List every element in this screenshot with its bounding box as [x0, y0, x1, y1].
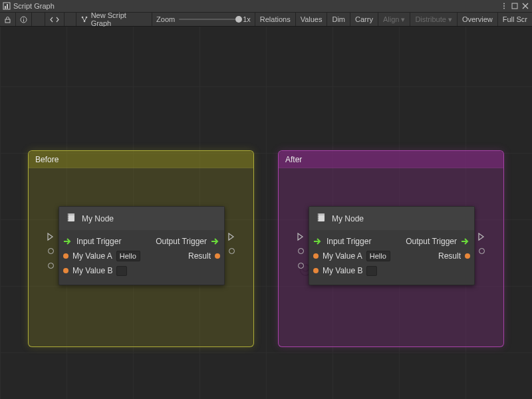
svg-rect-7 [5, 19, 10, 23]
flow-out-icon[interactable] [461, 237, 470, 245]
value-in-port[interactable] [63, 253, 68, 259]
ext-flow-port[interactable] [477, 233, 485, 241]
graph-canvas[interactable]: Before After My Node Input Trigger Outpu… [0, 27, 532, 399]
align-label: Align [383, 15, 399, 23]
info-button[interactable] [16, 13, 32, 26]
value-a-label: My Value A [323, 251, 362, 261]
zoom-label: Zoom [156, 15, 175, 23]
node-title: My Node [332, 214, 364, 223]
svg-rect-19 [68, 219, 69, 219]
ext-value-port[interactable] [298, 263, 304, 269]
zoom-slider-knob[interactable] [235, 16, 242, 23]
ext-flow-port[interactable] [227, 233, 235, 241]
node-title: My Node [82, 214, 114, 223]
svg-rect-18 [68, 217, 69, 217]
value-b-label: My Value B [323, 266, 362, 275]
output-trigger-label: Output Trigger [156, 237, 207, 246]
overview-label: Overview [462, 15, 493, 23]
group-before-header[interactable]: Before [29, 151, 253, 168]
result-label: Result [438, 251, 461, 261]
value-b-field[interactable] [366, 266, 377, 276]
svg-rect-21 [318, 213, 325, 215]
script-icon [66, 212, 76, 225]
new-graph-label: New Script Graph [91, 11, 148, 27]
svg-rect-15 [68, 213, 74, 215]
svg-rect-1 [5, 6, 6, 9]
value-b-label: My Value B [72, 266, 112, 275]
result-label: Result [188, 251, 211, 261]
dim-button[interactable]: Dim [327, 13, 350, 26]
svg-rect-2 [7, 4, 8, 9]
toolbar: New Script Graph Zoom 1x Relations Value… [0, 12, 532, 27]
node-body: Input Trigger Output Trigger My Value A … [309, 230, 474, 285]
value-a-field[interactable]: Hello [116, 251, 140, 261]
new-script-graph-button[interactable]: New Script Graph [76, 13, 152, 26]
ext-flow-port[interactable] [47, 233, 54, 241]
node-body: Input Trigger Output Trigger My Value A … [59, 230, 224, 285]
group-after-title: After [285, 155, 302, 164]
window-title-bar: Script Graph [0, 0, 532, 12]
close-icon[interactable] [521, 2, 529, 10]
fullscreen-button[interactable]: Full Scr [498, 13, 532, 26]
code-view-button[interactable] [45, 13, 65, 26]
fullscreen-label: Full Scr [503, 15, 527, 23]
relations-button[interactable]: Relations [255, 13, 296, 26]
value-a-label: My Value A [72, 251, 112, 261]
output-trigger-label: Output Trigger [406, 237, 457, 246]
distribute-label: Distribute [415, 15, 446, 23]
svg-point-4 [503, 3, 505, 5]
group-after-header[interactable]: After [279, 151, 503, 168]
flow-in-icon[interactable] [63, 237, 72, 245]
distribute-dropdown[interactable]: Distribute▾ [410, 13, 457, 26]
value-b-field[interactable] [116, 266, 127, 276]
svg-rect-10 [23, 17, 24, 18]
dim-label: Dim [332, 15, 345, 23]
more-icon[interactable] [500, 2, 508, 10]
flow-out-icon[interactable] [211, 237, 220, 245]
ext-flow-port[interactable] [297, 233, 304, 241]
node-header[interactable]: My Node [59, 207, 224, 230]
value-in-port[interactable] [63, 268, 68, 273]
ext-value-port[interactable] [48, 263, 54, 269]
values-label: Values [301, 15, 323, 23]
chevron-down-icon: ▾ [401, 15, 405, 24]
input-trigger-label: Input Trigger [76, 237, 121, 246]
graph-file-icon [3, 2, 11, 10]
svg-rect-6 [512, 3, 517, 9]
window-title: Script Graph [13, 2, 55, 10]
svg-rect-9 [23, 19, 24, 22]
script-icon [316, 212, 327, 225]
relations-label: Relations [260, 15, 291, 23]
values-button[interactable]: Values [296, 13, 328, 26]
ext-value-port[interactable] [229, 248, 235, 254]
carry-label: Carry [355, 15, 373, 23]
svg-rect-23 [318, 215, 319, 215]
node-header[interactable]: My Node [309, 207, 474, 230]
value-out-port[interactable] [215, 253, 220, 259]
value-out-port[interactable] [465, 253, 470, 259]
ext-value-port[interactable] [48, 248, 54, 254]
maximize-icon[interactable] [511, 2, 519, 10]
svg-rect-24 [318, 217, 319, 217]
input-trigger-label: Input Trigger [327, 237, 371, 246]
zoom-value: 1x [243, 15, 251, 23]
value-in-port[interactable] [313, 253, 319, 259]
group-before-title: Before [35, 155, 59, 164]
align-dropdown[interactable]: Align▾ [378, 13, 410, 26]
carry-button[interactable]: Carry [350, 13, 378, 26]
overview-button[interactable]: Overview [458, 13, 498, 26]
node-after[interactable]: My Node Input Trigger Output Trigger My … [309, 206, 475, 285]
svg-rect-17 [68, 215, 69, 215]
flow-in-icon[interactable] [313, 237, 323, 245]
value-a-field[interactable]: Hello [366, 251, 390, 261]
lock-button[interactable] [0, 13, 16, 26]
node-before[interactable]: My Node Input Trigger Output Trigger My … [59, 206, 225, 285]
ext-value-port[interactable] [479, 248, 485, 254]
svg-point-5 [503, 8, 505, 9]
zoom-slider[interactable] [179, 19, 239, 20]
value-in-port[interactable] [313, 268, 319, 273]
svg-point-3 [503, 5, 505, 7]
ext-value-port[interactable] [298, 248, 304, 254]
chevron-down-icon: ▾ [448, 15, 452, 24]
svg-rect-25 [318, 219, 319, 219]
